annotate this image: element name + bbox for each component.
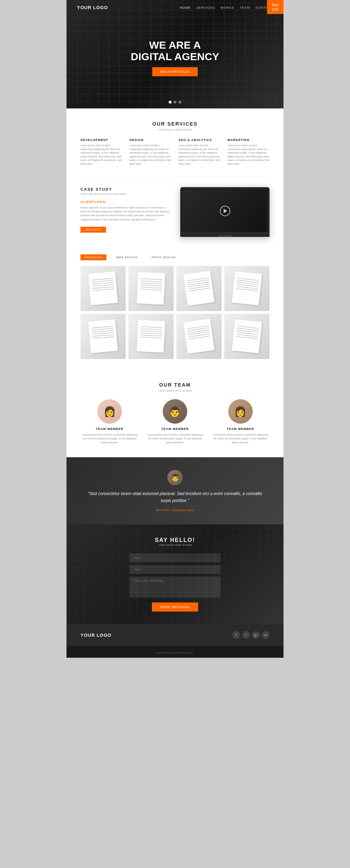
portfolio-item-8[interactable] xyxy=(224,314,270,359)
hero-cta-button[interactable]: SEE PORTFOLIO xyxy=(152,67,197,76)
avatar-female-icon: 👩 xyxy=(97,399,122,424)
play-icon xyxy=(224,209,227,213)
doc-1 xyxy=(88,271,118,305)
email-input[interactable] xyxy=(130,565,220,574)
message-textarea[interactable] xyxy=(130,577,220,598)
service-seo: SEO & ANALYTICS Lorem ipsum dolor sit am… xyxy=(178,138,220,166)
social-facebook[interactable]: f xyxy=(232,631,240,639)
member-desc-1: Lorem ipsum dolor sit amet, consectetur … xyxy=(80,433,139,445)
team-member-1: 👩 TEAM MEMBER Lorem ipsum dolor sit amet… xyxy=(80,399,139,445)
nav-services[interactable]: SERVICES xyxy=(196,6,215,9)
doc-6 xyxy=(136,320,165,353)
testimonial-company: Company Name xyxy=(172,508,195,512)
hero-section: YOUR LOGO HOME SERVICES WORKS TEAM CONTA… xyxy=(66,0,284,108)
team-member-2: 👨 TEAM MEMBER Lorem ipsum dolor sit amet… xyxy=(146,399,204,445)
member-name-2: TEAM MEMBER xyxy=(146,427,204,431)
case-study-section: CASE STUDY A brief story about how this … xyxy=(66,177,284,247)
service-marketing: MARKETING Lorem ipsum dolor sit amet, co… xyxy=(227,138,270,166)
service-design: DESIGN Lorem ipsum dolor sit amet, conse… xyxy=(130,138,172,166)
nav-works[interactable]: WORKS xyxy=(220,6,234,9)
hero-dots xyxy=(169,101,181,104)
doc-2 xyxy=(136,272,165,305)
member-name-3: TEAM MEMBER xyxy=(211,427,270,431)
member-name-1: TEAM MEMBER xyxy=(80,427,139,431)
footer-left: YOUR LOGO xyxy=(80,633,111,638)
client-name: LOGO xyxy=(95,200,106,204)
footer: YOUR LOGO f t g+ in xyxy=(66,624,284,646)
laptop-screen xyxy=(183,190,267,232)
social-google-plus[interactable]: g+ xyxy=(252,631,260,639)
contact-form: SEND MESSAGE xyxy=(130,553,220,612)
social-linkedin[interactable]: in xyxy=(262,631,270,639)
case-study-text: Integer dignissim. Nunc cursus hendrerit… xyxy=(80,206,170,221)
member-avatar-1: 👩 xyxy=(97,399,122,424)
portfolio-tabs: BRANDING WEB DESIGN PRINT DESIGN xyxy=(80,254,270,260)
portfolio-item-5[interactable] xyxy=(80,314,126,359)
testimonial-section: 👨 "Sed consectetur lorem vitae euismod p… xyxy=(66,457,284,525)
see-more-button[interactable]: SEE MORE xyxy=(80,227,106,233)
portfolio-item-3[interactable] xyxy=(176,266,222,311)
nav-home[interactable]: HOME xyxy=(180,6,191,9)
service-development-title: DEVELOPMENT xyxy=(80,138,122,142)
portfolio-item-2[interactable] xyxy=(128,266,174,311)
nav-team[interactable]: TEAM xyxy=(240,6,250,9)
contact-subtitle: Lorem ipsum dolor sit amet xyxy=(80,543,270,546)
nav-links: HOME SERVICES WORKS TEAM CONTACT xyxy=(180,6,273,9)
tab-print-design[interactable]: PRINT DESIGN xyxy=(147,254,180,260)
portfolio-item-1[interactable] xyxy=(80,266,126,311)
footer-bottom: www.heritagechristiancollege.com xyxy=(66,646,284,658)
laptop-stand xyxy=(218,235,232,237)
hero-title: WE ARE A DIGITAL AGENCY xyxy=(131,39,219,62)
team-grid: 👩 TEAM MEMBER Lorem ipsum dolor sit amet… xyxy=(80,399,270,445)
doc-5 xyxy=(88,319,118,353)
services-title: OUR SERVICES xyxy=(80,121,270,127)
portfolio-item-4[interactable] xyxy=(224,266,270,311)
laptop-base xyxy=(180,232,270,235)
dot-1[interactable] xyxy=(169,101,172,104)
client-logo: CLIENT.LOGO xyxy=(80,200,170,204)
navigation: YOUR LOGO HOME SERVICES WORKS TEAM CONTA… xyxy=(66,0,284,15)
member-avatar-2: 👨 xyxy=(163,399,187,424)
tab-web-design[interactable]: WEB DESIGN xyxy=(112,254,142,260)
nav-logo: YOUR LOGO xyxy=(77,5,108,10)
doc-4 xyxy=(232,271,262,306)
case-study-right xyxy=(180,187,270,237)
avatar-male-icon: 👨 xyxy=(163,399,187,424)
dot-2[interactable] xyxy=(174,101,176,104)
hero-title-line1: WE ARE A xyxy=(149,39,201,51)
portfolio-item-6[interactable] xyxy=(128,314,174,359)
doc-7 xyxy=(183,319,215,354)
tab-branding[interactable]: BRANDING xyxy=(80,254,106,260)
case-study-tag: CASE STUDY xyxy=(80,187,170,191)
doc-8 xyxy=(232,319,262,354)
service-development: DEVELOPMENT Lorem ipsum dolor sit amet, … xyxy=(80,138,122,166)
case-study-subtitle: A brief story about how this process wor… xyxy=(80,193,170,195)
testimonial-author-name: Jhon Doe xyxy=(155,508,169,512)
case-study-left: CASE STUDY A brief story about how this … xyxy=(80,187,170,233)
laptop-mockup xyxy=(180,187,270,237)
contact-title: SAY HELLO! xyxy=(80,537,270,543)
social-twitter[interactable]: t xyxy=(242,631,250,639)
avatar-female2-icon: 👩 xyxy=(228,399,253,424)
name-input[interactable] xyxy=(130,553,220,562)
service-development-desc: Lorem ipsum dolor sit amet, consectetur … xyxy=(80,144,122,166)
member-avatar-3: 👩 xyxy=(228,399,253,424)
send-button[interactable]: SEND MESSAGE xyxy=(152,602,198,612)
dot-3[interactable] xyxy=(178,101,181,104)
services-grid: DEVELOPMENT Lorem ipsum dolor sit amet, … xyxy=(80,138,270,166)
social-icons: f t g+ in xyxy=(232,631,270,639)
portfolio-item-7[interactable] xyxy=(176,314,222,359)
footer-url: www.heritagechristiancollege.com xyxy=(156,651,193,654)
hero-content: WE ARE A DIGITAL AGENCY SEE PORTFOLIO xyxy=(131,39,219,76)
doc-3 xyxy=(183,271,215,306)
play-button[interactable] xyxy=(220,206,230,216)
free-badge-sub: psd xyxy=(272,7,279,11)
member-desc-2: Lorem ipsum dolor sit amet, consectetur … xyxy=(146,433,204,445)
service-seo-title: SEO & ANALYTICS xyxy=(178,138,220,142)
service-design-title: DESIGN xyxy=(130,138,172,142)
service-design-desc: Lorem ipsum dolor sit amet, consectetur … xyxy=(130,144,172,166)
footer-logo: YOUR LOGO xyxy=(80,633,111,638)
client-label: CLIENT. xyxy=(80,200,95,204)
team-member-3: 👩 TEAM MEMBER Lorem ipsum dolor sit amet… xyxy=(211,399,270,445)
hero-title-line2: DIGITAL AGENCY xyxy=(131,51,219,62)
